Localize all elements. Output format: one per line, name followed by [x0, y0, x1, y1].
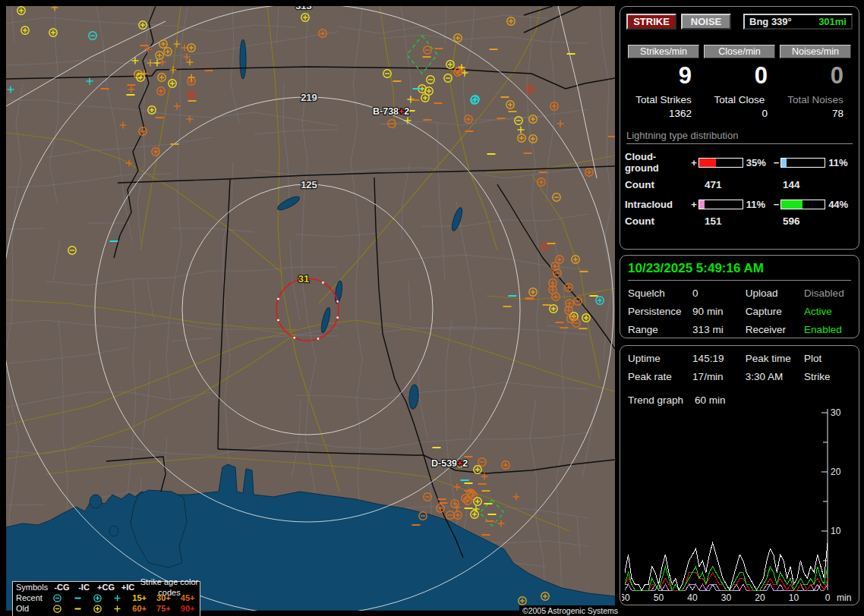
capture-status: Active — [804, 306, 851, 317]
cg-positive-count: 471 — [705, 179, 722, 190]
legend-row-recent-label: Recent — [16, 592, 48, 603]
copyright-text: ©2005 Astrogenic Systems — [519, 605, 621, 616]
ic-negative-bar — [780, 200, 825, 209]
strikes-per-min-value: 9 — [628, 62, 699, 93]
trend-panel: Uptime 145:19 Peak time Plot Peak rate 1… — [620, 345, 859, 605]
cloud-ground-label: Cloud-ground — [625, 151, 689, 174]
strikes-per-min-button[interactable]: Strikes/min — [628, 45, 699, 58]
close-per-min-value: 0 — [704, 62, 775, 93]
noises-per-min-button[interactable]: Noises/min — [780, 45, 851, 58]
cg-negative-pct: 11% — [828, 157, 854, 168]
cg-negative-count: 144 — [783, 179, 800, 190]
range-row: Range 313 mi Receiver Enabled — [620, 324, 859, 335]
lightning-map[interactable]: 31321912531 B-738+2D-539+2 Symbols -CG -… — [6, 6, 615, 611]
strike-stats-panel: STRIKE NOISE Bng 339° 301mi Strikes/min … — [620, 6, 859, 250]
trend-graph-label: Trend graph — [628, 394, 695, 406]
total-close-label: Total Close — [704, 94, 775, 105]
persistence-label: Persistence — [628, 306, 692, 317]
svg-text:20: 20 — [755, 592, 765, 602]
svg-text:0: 0 — [825, 592, 831, 602]
total-noises-value: 78 — [780, 108, 851, 119]
ic-positive-bar — [698, 200, 743, 209]
close-column: Close/min 0 Total Close 0 — [704, 45, 775, 119]
map-legend: Symbols -CG -IC +CG +IC Strike age color… — [12, 581, 200, 616]
uptime-value: 145:19 — [692, 353, 746, 364]
count-label: Count — [625, 179, 654, 190]
svg-text:50: 50 — [654, 592, 664, 602]
plus-sign: + — [689, 157, 698, 168]
total-strikes-value: 1362 — [628, 108, 699, 119]
intracloud-row: Intracloud + 11% − 44% — [625, 199, 854, 210]
plot-label: Plot — [804, 353, 851, 364]
intracloud-label: Intracloud — [625, 199, 689, 210]
peak-time-value: 3:30 AM — [746, 371, 804, 382]
ring-label-125: 125 — [301, 179, 317, 190]
cg-negative-bar — [780, 158, 825, 168]
uptime-row: Uptime 145:19 Peak time Plot — [620, 353, 859, 364]
legend-row-old-label: Old — [16, 603, 48, 614]
close-per-min-button[interactable]: Close/min — [704, 45, 775, 58]
plus-sign: + — [689, 199, 698, 210]
receiver-status: Enabled — [804, 324, 851, 335]
date-time: 10/23/2025 5:49:16 AM — [628, 261, 851, 281]
map-canvas[interactable]: 31321912531 B-738+2D-539+2 — [6, 6, 615, 611]
noises-column: Noises/min 0 Total Noises 78 — [780, 45, 851, 119]
bearing-value: Bng 339° — [749, 15, 792, 28]
svg-text:30: 30 — [721, 592, 732, 602]
peak-rate-value: 17/min — [692, 371, 746, 382]
legend-col-neg-ic: -IC — [73, 582, 95, 592]
upload-label: Upload — [746, 288, 804, 299]
legend-col-neg-cg: -CG — [51, 582, 73, 592]
plus-icon — [108, 593, 128, 603]
trend-chart-canvas: 1020306050403020100min — [622, 407, 857, 602]
squelch-row: Squelch 0 Upload Disabled — [620, 288, 859, 299]
status-panel: 10/23/2025 5:49:16 AM Squelch 0 Upload D… — [620, 255, 859, 338]
minus-sign: − — [772, 199, 781, 210]
noises-per-min-value: 0 — [780, 62, 851, 93]
total-noises-label: Total Noises — [780, 94, 851, 105]
legend-symbols-label: Symbols — [16, 582, 51, 592]
svg-text:60: 60 — [622, 592, 630, 602]
peak-rate-label: Peak rate — [628, 371, 692, 382]
circle-plus-icon — [87, 604, 107, 614]
cg-positive-pct: 35% — [746, 157, 772, 168]
strike-mode-button[interactable]: STRIKE — [626, 14, 676, 30]
circle-plus-icon — [87, 593, 107, 603]
ic-negative-count: 596 — [783, 215, 800, 227]
persistence-row: Persistence 90 min Capture Active — [620, 306, 859, 317]
ic-negative-pct: 44% — [828, 199, 854, 210]
ic-positive-pct: 11% — [746, 199, 772, 210]
persistence-value: 90 min — [692, 306, 746, 317]
plot-mode-value: Strike — [804, 371, 851, 382]
svg-text:30: 30 — [831, 407, 841, 418]
ic-count-row: Count 151 596 — [625, 215, 854, 228]
noise-mode-button[interactable]: NOISE — [681, 14, 731, 30]
age-code-15: 15+ — [128, 592, 152, 603]
svg-text:min: min — [837, 592, 851, 602]
minus-icon — [68, 604, 87, 614]
stormvue-window: 31321912531 B-738+2D-539+2 Symbols -CG -… — [0, 0, 864, 616]
circle-minus-icon — [48, 604, 68, 614]
ring-label-31: 31 — [298, 273, 309, 284]
svg-text:10: 10 — [831, 526, 841, 536]
total-close-value: 0 — [704, 108, 775, 119]
cell-label-B-738: B-738+2 — [373, 106, 409, 117]
circle-minus-icon — [48, 593, 68, 603]
strikes-column: Strikes/min 9 Total Strikes 1362 — [628, 45, 699, 119]
total-strikes-label: Total Strikes — [628, 94, 699, 105]
upload-status: Disabled — [804, 288, 851, 299]
svg-text:10: 10 — [789, 592, 799, 602]
range-value: 301mi — [818, 15, 847, 28]
range-setting-value: 313 mi — [692, 324, 746, 335]
receiver-label: Receiver — [746, 324, 804, 335]
cloud-ground-row: Cloud-ground + 35% − 11% — [625, 151, 854, 174]
legend-col-pos-cg: +CG — [95, 582, 117, 592]
cell-label-D-539: D-539+2 — [431, 458, 468, 469]
plus-icon — [108, 604, 128, 614]
trend-graph-window: 60 min — [695, 394, 749, 406]
age-code-60: 60+ — [128, 603, 152, 614]
squelch-value: 0 — [692, 288, 746, 299]
range-label: Range — [628, 324, 692, 335]
trend-graph-row: Trend graph 60 min — [620, 394, 859, 406]
peak-time-label: Peak time — [746, 353, 804, 364]
